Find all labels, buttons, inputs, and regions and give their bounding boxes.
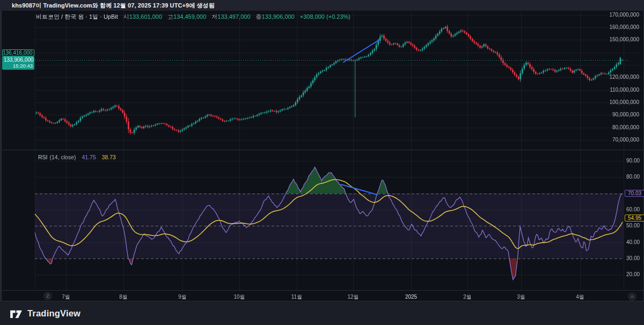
last-price: 133,906,000 (4, 57, 33, 63)
symbol-title[interactable]: 비트코인 / 한국 원 · 1일 · UpBit (36, 13, 118, 20)
tradingview-wordmark[interactable]: TradingView (27, 308, 80, 319)
price-axis-label: 160,000,000 (609, 24, 639, 31)
rsi-axis[interactable] (624, 11, 643, 290)
price-axis-label: 150,000,000 (609, 36, 639, 43)
rsi-axis-label: 60.00 (626, 206, 640, 213)
bar-countdown: 15:20:43 (4, 63, 33, 69)
open-value: 133,601,000 (129, 13, 162, 20)
time-axis[interactable] (2, 290, 643, 301)
time-axis-tick: 11월 (283, 293, 310, 300)
symbol-legend: 비트코인 / 한국 원 · 1일 · UpBit 시133,601,000 고1… (36, 13, 350, 21)
rsi-axis-label: 20.00 (626, 271, 640, 278)
price-axis-label: 120,000,000 (609, 74, 639, 80)
attribution-bar: khs9087이 TradingView.com와 함께 12월 07, 202… (0, 0, 644, 11)
open-label: 시 (123, 13, 129, 20)
price-axis-label: 100,000,000 (609, 99, 639, 106)
time-axis-tick: 2월 (454, 293, 481, 300)
low-label: 저 (211, 13, 217, 20)
time-axis-tick: 9월 (169, 293, 196, 300)
footer-bar: TradingView (0, 301, 644, 325)
auto-scale-button[interactable]: A (628, 292, 636, 301)
rsi-last-value-badge: 70.03 (625, 190, 644, 197)
rsi-ma-value: 38.73 (102, 154, 116, 160)
price-axis-label: 170,000,000 (609, 12, 639, 18)
rsi-ma-last-value-badge: 54.95 (625, 215, 644, 221)
attribution-text: khs9087이 TradingView.com와 함께 12월 07, 202… (12, 2, 215, 9)
rsi-axis-label: 80.00 (626, 174, 640, 180)
price-axis-label: 80,000,000 (612, 124, 639, 131)
price-axis-label: 110,000,000 (610, 87, 639, 93)
time-axis-tick: 4월 (567, 293, 594, 300)
rsi-axis-label: 30.00 (626, 255, 640, 262)
price-high-line-badge: 136,416,000 (2, 49, 34, 56)
chart-region: 비트코인 / 한국 원 · 1일 · UpBit 시133,601,000 고1… (1, 11, 644, 301)
price-axis-label: 90,000,000 (612, 112, 639, 118)
rsi-axis-label: 50.00 (626, 223, 640, 229)
time-axis-tick: 12월 (340, 293, 367, 300)
time-axis-tick: 7월 (53, 293, 79, 300)
time-axis-tick: 10월 (226, 293, 253, 300)
timezone-button[interactable]: Z (43, 292, 52, 300)
rsi-axis-label: 90.00 (626, 158, 640, 164)
time-axis-tick: 3월 (508, 293, 535, 300)
close-label: 종 (256, 13, 262, 20)
rsi-legend: RSI(14, close) 41.75 38.73 (38, 154, 116, 160)
high-value: 134,459,000 (173, 13, 206, 20)
time-axis-tick: 8월 (110, 293, 137, 300)
rsi-title[interactable]: RSI (38, 154, 48, 160)
rsi-value: 41.75 (82, 154, 96, 160)
last-price-countdown-badge: 133,906,000 15:20:43 (2, 56, 34, 70)
price-axis-label: 70,000,000 (612, 137, 639, 143)
high-label: 고 (167, 13, 173, 20)
low-value: 133,497,000 (217, 13, 250, 20)
change-value: +308,000 (+0.23%) (300, 13, 350, 20)
rsi-params: (14, close) (50, 154, 76, 160)
time-axis-tick: 2025 (398, 293, 425, 300)
close-value: 133,906,000 (262, 13, 295, 20)
rsi-axis-label: 40.00 (626, 239, 640, 246)
tradingview-logo-icon[interactable] (10, 308, 23, 319)
